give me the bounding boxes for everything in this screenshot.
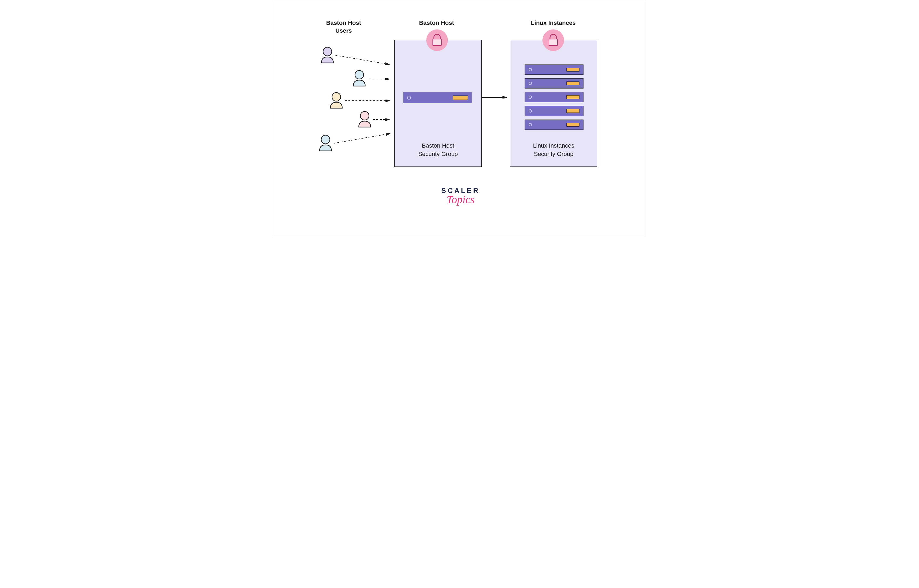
server-slot <box>566 109 579 113</box>
server-slot <box>566 68 579 71</box>
svg-point-3 <box>355 70 364 79</box>
bastion-group-label: Baston Host Security Group <box>395 142 481 158</box>
server-slot <box>566 81 579 85</box>
user-arrow <box>336 54 392 68</box>
linux-server <box>525 78 583 89</box>
linux-server <box>525 106 583 116</box>
bastion-header: Baston Host <box>407 19 466 27</box>
svg-point-5 <box>360 111 369 120</box>
linux-header: Linux Instances <box>524 19 583 27</box>
server-led <box>528 123 532 126</box>
server-led <box>528 68 532 71</box>
server-slot <box>566 123 579 126</box>
lock-icon <box>543 29 564 51</box>
user-arrow <box>345 100 392 102</box>
svg-point-4 <box>332 92 340 101</box>
user-arrow <box>367 78 392 80</box>
user-arrow <box>373 118 392 121</box>
users-header: Baston Host Users <box>314 19 373 34</box>
server-led <box>528 109 532 113</box>
logo-bottom-text: Topics <box>434 193 488 206</box>
server-slot <box>566 95 579 99</box>
user-icon <box>357 111 372 129</box>
svg-point-6 <box>321 135 330 144</box>
bastion-server <box>403 92 472 103</box>
svg-line-11 <box>334 134 390 143</box>
user-icon <box>320 47 335 65</box>
svg-rect-0 <box>433 39 441 45</box>
user-icon <box>329 92 344 110</box>
server-slot <box>453 95 468 100</box>
server-led <box>528 95 532 99</box>
user-icon <box>352 70 367 88</box>
lock-icon <box>426 29 448 51</box>
server-led <box>407 96 411 100</box>
user-icon <box>318 135 333 152</box>
svg-rect-1 <box>549 39 558 45</box>
linux-server <box>525 65 583 75</box>
diagram-canvas: Baston Host Users Baston Host Linux Inst… <box>273 0 646 237</box>
svg-line-7 <box>336 55 389 65</box>
user-arrow <box>334 132 393 145</box>
linux-group-label: Linux Instances Security Group <box>510 142 597 158</box>
bastion-security-group: Baston Host Security Group <box>394 40 481 167</box>
linux-server <box>525 120 583 130</box>
server-led <box>528 82 532 85</box>
bastion-to-linux-arrow <box>482 96 509 99</box>
svg-point-2 <box>323 47 332 56</box>
linux-security-group: Linux Instances Security Group <box>510 40 597 167</box>
scaler-topics-logo: SCALER Topics <box>434 186 488 206</box>
linux-server <box>525 92 583 102</box>
